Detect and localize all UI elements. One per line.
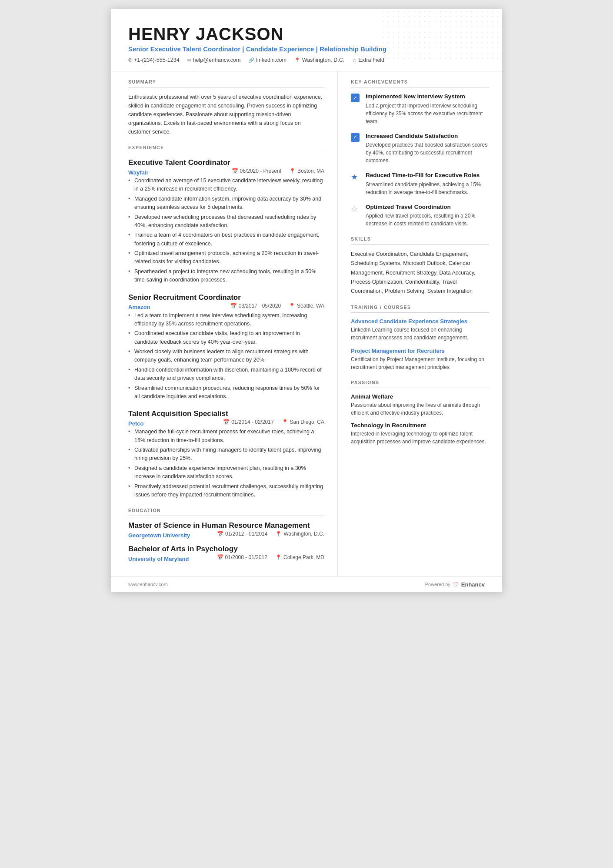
- edu-1-meta: 📅 01/2012 - 01/2014 📍 Washington, D.C.: [217, 531, 324, 537]
- achievements-section: KEY ACHIEVEMENTS ✓ Implemented New Inter…: [351, 79, 489, 228]
- bullet-item: Trained a team of 4 coordinators on best…: [128, 231, 324, 248]
- training-1: Advanced Candidate Experience Strategies…: [351, 318, 489, 342]
- skills-section: SKILLS Executive Coordination, Candidate…: [351, 236, 489, 296]
- job-1: Executive Talent Coordinator Wayfair 📅 0…: [128, 158, 324, 285]
- calendar-icon-5: 📅: [217, 554, 223, 560]
- location-icon-3: 📍: [282, 419, 288, 425]
- training-1-desc: LinkedIn Learning course focused on enha…: [351, 326, 489, 342]
- experience-divider: [128, 153, 324, 153]
- bullet-item: Managed the full-cycle recruitment proce…: [128, 428, 324, 445]
- edu-1-degree: Master of Science in Human Resource Mana…: [128, 521, 324, 530]
- achievement-1: ✓ Implemented New Interview System Led a…: [351, 93, 489, 125]
- bullet-item: Coordinated an average of 15 executive c…: [128, 177, 324, 194]
- achievement-4-icon: ☆: [351, 203, 360, 213]
- achievement-1-title: Implemented New Interview System: [366, 93, 489, 101]
- bullet-item: Proactively addressed potential recruitm…: [128, 483, 324, 499]
- email-icon: ✉: [187, 57, 191, 63]
- passion-2-title: Technology in Recruitment: [351, 422, 489, 429]
- phone-number: +1-(234)-555-1234: [134, 57, 180, 63]
- achievement-3-content: Reduced Time-to-Fill for Executive Roles…: [366, 171, 489, 196]
- bullet-item: Streamlined communication procedures, re…: [128, 384, 324, 401]
- heart-icon: ♡: [453, 581, 459, 588]
- job-2: Senior Recruitment Coordinator Amazon 📅 …: [128, 293, 324, 401]
- education-divider: [128, 516, 324, 516]
- job-2-location: 📍 Seattle, WA: [289, 303, 324, 309]
- achievement-2: ✓ Increased Candidate Satisfaction Devel…: [351, 132, 489, 165]
- check-icon-2: ✓: [351, 133, 360, 142]
- job-2-dates: 📅 03/2017 - 05/2020: [230, 303, 281, 309]
- contact-line: ✆ +1-(234)-555-1234 ✉ help@enhancv.com 🔗…: [128, 57, 485, 63]
- passion-2-desc: Interested in leveraging technology to o…: [351, 430, 489, 446]
- bullet-item: Designed a candidate experience improvem…: [128, 464, 324, 481]
- achievement-3-title: Reduced Time-to-Fill for Executive Roles: [366, 171, 489, 179]
- training-section: TRAINING / COURSES Advanced Candidate Ex…: [351, 305, 489, 371]
- edu-2-row: University of Maryland 📅 01/2008 - 01/20…: [128, 554, 324, 563]
- job-3-company: Petco: [128, 420, 143, 427]
- candidate-name: HENRY JACKSON: [128, 24, 485, 44]
- achievement-4-content: Optimized Travel Coordination Applied ne…: [366, 203, 489, 228]
- footer-website: www.enhancv.com: [128, 582, 168, 587]
- brand-name: Enhancv: [461, 581, 485, 588]
- linkedin-icon: 🔗: [248, 57, 254, 63]
- edu-2-location: 📍 College Park, MD: [275, 554, 324, 560]
- edu-1-school: Georgetown University: [128, 532, 190, 539]
- phone-icon: ✆: [128, 57, 132, 63]
- header-section: HENRY JACKSON Senior Executive Talent Co…: [111, 9, 502, 71]
- calendar-icon-2: 📅: [230, 303, 237, 309]
- edu-2-meta: 📅 01/2008 - 01/2012 📍 College Park, MD: [217, 554, 324, 560]
- achievement-1-content: Implemented New Interview System Led a p…: [366, 93, 489, 125]
- location-text: Washington, D.C.: [302, 57, 345, 63]
- bullet-item: Coordinated executive candidate visits, …: [128, 329, 324, 346]
- footer-branding: Powered by ♡ Enhancv: [425, 581, 485, 588]
- job-1-location: 📍 Boston, MA: [289, 168, 324, 174]
- calendar-icon-3: 📅: [223, 419, 230, 425]
- extra-icon: ☆: [352, 57, 356, 63]
- job-2-company: Amazon: [128, 304, 150, 310]
- phone-contact: ✆ +1-(234)-555-1234: [128, 57, 180, 63]
- summary-label: SUMMARY: [128, 79, 324, 84]
- location-icon-2: 📍: [289, 303, 295, 309]
- achievement-2-icon: ✓: [351, 132, 360, 142]
- summary-divider: [128, 87, 324, 87]
- email-address: help@enhancv.com: [193, 57, 241, 63]
- training-2-title: Project Management for Recruiters: [351, 348, 489, 354]
- job-3: Talent Acquisition Specialist Petco 📅 01…: [128, 409, 324, 499]
- extra-text: Extra Field: [358, 57, 384, 63]
- calendar-icon-4: 📅: [217, 531, 223, 537]
- left-column: SUMMARY Enthusiastic professional with o…: [111, 71, 338, 576]
- job-2-meta: 📅 03/2017 - 05/2020 📍 Seattle, WA: [230, 303, 324, 309]
- job-3-company-row: Petco 📅 01/2014 - 02/2017 📍 San Diego, C…: [128, 419, 324, 428]
- check-icon-1: ✓: [351, 94, 360, 102]
- achievement-3-desc: Streamlined candidate pipelines, achievi…: [366, 181, 489, 196]
- bullet-item: Optimized travel arrangement protocols, …: [128, 249, 324, 266]
- training-label: TRAINING / COURSES: [351, 305, 489, 310]
- resume-page: HENRY JACKSON Senior Executive Talent Co…: [111, 9, 502, 592]
- job-3-bullets: Managed the full-cycle recruitment proce…: [128, 428, 324, 499]
- achievement-2-content: Increased Candidate Satisfaction Develop…: [366, 132, 489, 165]
- education-section: EDUCATION Master of Science in Human Res…: [128, 508, 324, 563]
- edu-1-dates: 📅 01/2012 - 01/2014: [217, 531, 267, 537]
- job-1-meta: 📅 06/2020 - Present 📍 Boston, MA: [232, 168, 324, 174]
- achievements-label: KEY ACHIEVEMENTS: [351, 79, 489, 84]
- star-outline-icon: ☆: [351, 204, 358, 214]
- edu-1: Master of Science in Human Resource Mana…: [128, 521, 324, 540]
- bullet-item: Handled confidential information with di…: [128, 366, 324, 383]
- achievement-3-icon: ★: [351, 171, 360, 181]
- powered-by-text: Powered by: [425, 582, 450, 587]
- achievement-2-title: Increased Candidate Satisfaction: [366, 132, 489, 140]
- location-icon-4: 📍: [275, 531, 282, 537]
- achievement-4: ☆ Optimized Travel Coordination Applied …: [351, 203, 489, 228]
- passion-2: Technology in Recruitment Interested in …: [351, 422, 489, 446]
- summary-section: SUMMARY Enthusiastic professional with o…: [128, 79, 324, 136]
- job-1-title: Executive Talent Coordinator: [128, 158, 324, 167]
- footer: www.enhancv.com Powered by ♡ Enhancv: [111, 576, 502, 592]
- passion-1-desc: Passionate about improving the lives of …: [351, 401, 489, 417]
- passion-1: Animal Welfare Passionate about improvin…: [351, 393, 489, 417]
- skills-divider: [351, 244, 489, 245]
- passions-divider: [351, 388, 489, 388]
- location-icon: 📍: [294, 57, 300, 63]
- edu-1-row: Georgetown University 📅 01/2012 - 01/201…: [128, 531, 324, 540]
- training-2-desc: Certification by Project Management Inst…: [351, 355, 489, 371]
- job-3-location: 📍 San Diego, CA: [282, 419, 324, 425]
- extra-contact: ☆ Extra Field: [352, 57, 384, 63]
